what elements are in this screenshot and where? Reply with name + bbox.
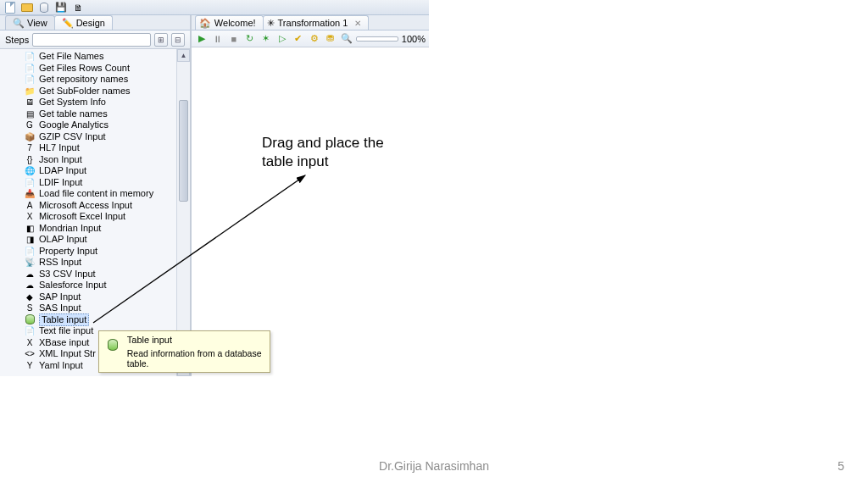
step-icon: ◨ [24, 234, 36, 246]
step-label: Text file input [39, 325, 93, 336]
scroll-thumb[interactable] [179, 100, 188, 202]
transformation-canvas[interactable] [192, 47, 429, 376]
step-item-get-subfolder-names[interactable]: 📁Get SubFolder names [24, 86, 190, 97]
step-item-gzip-csv-input[interactable]: 📦GZIP CSV Input [24, 131, 190, 143]
step-item-microsoft-access-input[interactable]: AMicrosoft Access Input [24, 200, 190, 212]
step-icon: ☁ [24, 280, 36, 291]
step-item-salesforce-input[interactable]: ☁Salesforce Input [24, 280, 190, 291]
editor-tabs: 🏠 Welcome! ✳ Transformation 1 ✕ [192, 15, 429, 30]
step-label: Get File Names [39, 51, 103, 62]
main-toolbar: 💾 🗎 [0, 0, 429, 15]
steps-search-input[interactable] [32, 33, 151, 47]
impact-button[interactable]: ⚙ [308, 32, 321, 46]
step-item-json-input[interactable]: {}Json Input [24, 154, 190, 166]
step-item-load-file-content-in-memory[interactable]: 📥Load file content in memory [24, 188, 190, 200]
view-icon: 🔍 [13, 18, 25, 29]
expand-all-button[interactable]: ⊞ [154, 33, 168, 47]
tree-scrollbar[interactable]: ▲ ▼ [176, 49, 190, 376]
zoom-value: 100% [402, 34, 426, 44]
save-all-button[interactable]: 🗎 [71, 1, 85, 14]
step-label: XBase input [39, 337, 89, 348]
step-item-ldap-input[interactable]: 🌐LDAP Input [24, 165, 190, 177]
zoom-slider[interactable] [356, 36, 398, 42]
step-item-get-table-names[interactable]: ▤Get table names [24, 108, 190, 120]
tab-design[interactable]: ✏️ Design [54, 15, 113, 30]
step-label: Json Input [39, 154, 82, 165]
explore-button[interactable]: 🔍 [340, 32, 353, 46]
open-file-button[interactable] [20, 1, 34, 14]
step-item-s3-csv-input[interactable]: ☁S3 CSV Input [24, 269, 190, 280]
step-icon: 📦 [24, 130, 36, 142]
step-label: Get System Info [39, 97, 106, 108]
step-label: Yaml Input [39, 360, 83, 371]
step-label: Load file content in memory [39, 188, 153, 199]
step-icon: ◧ [24, 222, 36, 234]
step-icon: 7 [24, 142, 36, 154]
table-button[interactable] [37, 1, 51, 14]
step-icon: 📄 [24, 62, 36, 74]
step-icon [24, 313, 36, 325]
tab-welcome[interactable]: 🏠 Welcome! [195, 15, 264, 30]
tab-close-button[interactable]: ✕ [354, 19, 361, 28]
steps-tree: 📄Get File Names📄Get Files Rows Count📄Get… [0, 49, 190, 376]
footer-page-number: 5 [837, 459, 844, 473]
sql-button[interactable]: ⛃ [324, 32, 337, 46]
collapse-all-button[interactable]: ⊟ [171, 33, 185, 47]
step-label: Microsoft Excel Input [39, 211, 125, 222]
step-item-google-analytics[interactable]: GGoogle Analytics [24, 119, 190, 131]
step-icon: 📄 [24, 51, 36, 63]
step-icon: 📥 [24, 188, 36, 200]
preview-button[interactable]: ✶ [259, 32, 273, 46]
replay-button[interactable]: ↻ [243, 32, 257, 46]
step-item-sap-input[interactable]: ◆SAP Input [24, 291, 190, 303]
tab-view-label: View [27, 18, 47, 28]
tooltip: Table input Read information from a data… [98, 330, 270, 373]
tab-design-label: Design [76, 18, 105, 28]
step-label: HL7 Input [39, 142, 80, 153]
step-item-property-input[interactable]: 📄Property Input [24, 246, 190, 258]
design-icon: ✏️ [62, 18, 74, 29]
step-label: Microsoft Access Input [39, 200, 132, 211]
step-item-ldif-input[interactable]: 📄LDIF Input [24, 177, 190, 189]
step-item-hl7-input[interactable]: 7HL7 Input [24, 142, 190, 154]
step-icon: {} [24, 153, 36, 165]
step-label: XML Input Str [39, 348, 96, 359]
app-window: 💾 🗎 🔍 View ✏️ Design Steps ⊞ ⊟ [0, 0, 429, 376]
step-item-get-system-info[interactable]: 🖥Get System Info [24, 97, 190, 108]
step-icon: X [24, 336, 36, 348]
step-label: RSS Input [39, 257, 81, 268]
step-item-mondrian-input[interactable]: ◧Mondrian Input [24, 223, 190, 235]
stop-button[interactable]: ■ [227, 32, 241, 46]
pause-button[interactable]: ⏸ [211, 32, 225, 46]
step-icon: 📄 [24, 74, 36, 86]
step-item-get-files-rows-count[interactable]: 📄Get Files Rows Count [24, 63, 190, 75]
step-item-get-repository-names[interactable]: 📄Get repository names [24, 74, 190, 86]
step-label: Get repository names [39, 74, 128, 85]
step-item-sas-input[interactable]: SSAS Input [24, 302, 190, 314]
run-button[interactable]: ▶ [195, 32, 209, 46]
step-label: Mondrian Input [39, 223, 101, 234]
step-icon: Y [24, 359, 36, 371]
debug-button[interactable]: ▷ [275, 32, 289, 46]
step-icon: <> [24, 348, 36, 360]
save-button[interactable]: 💾 [54, 1, 68, 14]
verify-button[interactable]: ✔ [292, 32, 305, 46]
step-item-table-input[interactable]: Table input [24, 314, 190, 326]
step-item-rss-input[interactable]: 📡RSS Input [24, 257, 190, 269]
steps-label: Steps [5, 35, 29, 45]
step-icon: 🌐 [24, 165, 36, 177]
tab-transformation[interactable]: ✳ Transformation 1 ✕ [263, 15, 370, 30]
step-item-olap-input[interactable]: ◨OLAP Input [24, 234, 190, 246]
step-item-microsoft-excel-input[interactable]: XMicrosoft Excel Input [24, 211, 190, 223]
step-label: Get SubFolder names [39, 86, 131, 97]
step-label: Get Files Rows Count [39, 63, 130, 74]
scroll-up-button[interactable]: ▲ [177, 49, 190, 62]
tooltip-description: Read information from a database table. [127, 348, 264, 369]
footer-author: Dr.Girija Narasimhan [0, 459, 868, 473]
new-file-button[interactable] [3, 1, 17, 14]
step-icon: 🖥 [24, 97, 36, 108]
step-label: SAS Input [39, 302, 81, 313]
step-item-get-file-names[interactable]: 📄Get File Names [24, 51, 190, 63]
tab-view[interactable]: 🔍 View [5, 15, 55, 30]
annotation-line2: table input [262, 152, 384, 171]
